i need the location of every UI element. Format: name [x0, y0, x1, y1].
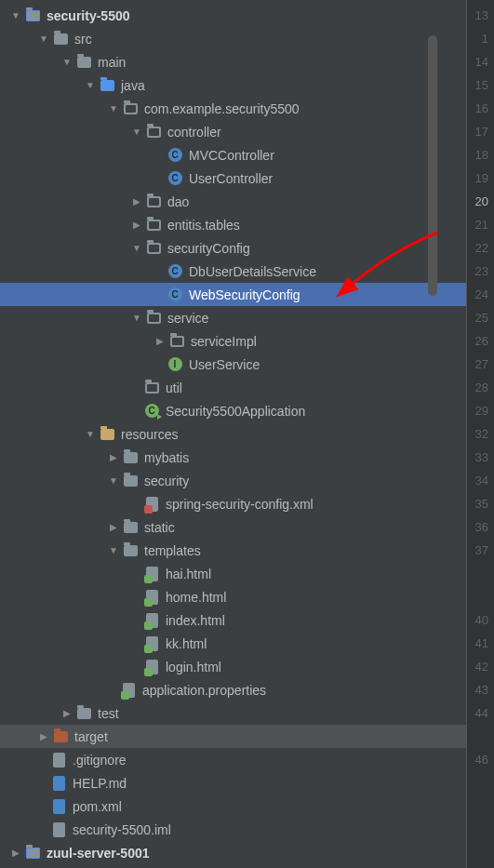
tree-node-hai-html[interactable]: hai.html [0, 562, 466, 585]
chevron-down-icon[interactable]: ▼ [84, 429, 97, 439]
gutter-line-number: 16 [467, 97, 488, 120]
tree-node-userservice[interactable]: I UserService [0, 353, 466, 376]
html-file-icon [143, 589, 160, 606]
properties-file-icon [120, 682, 137, 699]
tree-node-securityconfig-package[interactable]: ▼ securityConfig [0, 236, 466, 260]
source-root-icon [99, 77, 115, 94]
chevron-right-icon[interactable]: ▶ [130, 196, 143, 207]
chevron-down-icon[interactable]: ▼ [130, 127, 143, 137]
tree-node-application-properties[interactable]: application.properties [0, 678, 466, 701]
tree-node-util-package[interactable]: util [0, 376, 466, 399]
node-label: application.properties [142, 683, 266, 698]
chevron-right-icon[interactable]: ▶ [130, 220, 143, 230]
tree-node-mybatis[interactable]: ▶ mybatis [0, 446, 466, 469]
package-icon [145, 310, 162, 327]
tree-node-mvc-controller[interactable]: C MVCController [0, 143, 466, 167]
folder-icon [75, 54, 92, 71]
chevron-right-icon[interactable]: ▶ [107, 452, 120, 462]
node-label: security-5500 [47, 8, 130, 23]
tree-node-application-class[interactable]: C Security5500Application [0, 399, 466, 422]
tree-node-kk-html[interactable]: kk.html [0, 632, 466, 655]
node-label: static [144, 520, 175, 535]
tree-node-gitignore[interactable]: .gitignore [0, 748, 466, 771]
chevron-down-icon[interactable]: ▼ [130, 243, 143, 253]
gutter-line-number: 34 [467, 469, 488, 492]
node-label: MVCController [189, 148, 274, 163]
tree-node-project-root[interactable]: ▼ security-5500 [0, 4, 466, 27]
tree-node-java[interactable]: ▼ java [0, 73, 466, 97]
tree-node-spring-security-xml[interactable]: spring-security-config.xml [0, 492, 466, 515]
chevron-right-icon[interactable]: ▶ [154, 336, 167, 346]
tree-node-iml[interactable]: security-5500.iml [0, 818, 466, 841]
chevron-down-icon[interactable]: ▼ [60, 57, 73, 67]
chevron-down-icon[interactable]: ▼ [107, 475, 120, 486]
gutter-line-number: 36 [467, 515, 488, 539]
tree-node-test[interactable]: ▶ test [0, 701, 466, 725]
tree-node-service-package[interactable]: ▼ service [0, 306, 466, 329]
package-icon [143, 380, 160, 396]
tree-node-index-html[interactable]: index.html [0, 608, 466, 632]
tree-node-home-html[interactable]: home.html [0, 585, 466, 608]
tree-node-help-md[interactable]: HELP.md [0, 771, 466, 795]
gutter-line-number: 46 [467, 748, 488, 771]
node-label: pom.xml [73, 799, 122, 814]
tree-node-static[interactable]: ▶ static [0, 515, 466, 539]
chevron-down-icon[interactable]: ▼ [9, 10, 22, 20]
resources-root-icon [99, 426, 115, 443]
chevron-down-icon[interactable]: ▼ [84, 80, 97, 90]
gutter-line-number: 26 [467, 329, 488, 353]
editor-gutter: 1311415161718192021222324252627282932333… [466, 0, 494, 868]
package-icon [145, 124, 162, 140]
project-tree[interactable]: ▼ security-5500 ▼ src ▼ main ▼ java ▼ co… [0, 0, 466, 868]
chevron-down-icon[interactable]: ▼ [37, 33, 50, 44]
chevron-right-icon[interactable]: ▶ [107, 522, 120, 532]
node-label: securityConfig [167, 241, 250, 256]
node-label: target [74, 729, 108, 744]
tree-node-resources[interactable]: ▼ resources [0, 422, 466, 446]
gutter-line-number: 13 [467, 4, 488, 27]
folder-icon [122, 542, 139, 559]
tree-node-target[interactable]: ▶ target [0, 725, 466, 748]
gutter-line-number: 28 [467, 376, 488, 399]
chevron-down-icon[interactable]: ▼ [107, 545, 120, 555]
chevron-down-icon[interactable]: ▼ [107, 103, 120, 114]
tree-node-dao-package[interactable]: ▶ dao [0, 190, 466, 213]
scrollbar-thumb[interactable] [428, 35, 437, 296]
tree-node-pom-xml[interactable]: pom.xml [0, 795, 466, 818]
gutter-line-number [467, 841, 488, 864]
gutter-line-number: 42 [467, 655, 488, 678]
node-label: .gitignore [73, 753, 127, 768]
gutter-line-number: 20 [467, 190, 488, 213]
tree-node-dbuserdetailsservice[interactable]: C DbUserDetailsService [0, 260, 466, 283]
gutter-line-number: 33 [467, 446, 488, 469]
tree-node-main[interactable]: ▼ main [0, 50, 466, 73]
tree-node-user-controller[interactable]: C UserController [0, 167, 466, 190]
package-icon [145, 217, 162, 234]
node-label: security-5500.iml [73, 822, 171, 837]
tree-node-websecurityconfig[interactable]: C WebSecurityConfig [0, 283, 466, 306]
chevron-right-icon[interactable]: ▶ [9, 848, 22, 858]
gutter-line-number: 17 [467, 120, 488, 143]
node-label: mybatis [144, 450, 189, 465]
tree-node-src[interactable]: ▼ src [0, 27, 466, 50]
chevron-right-icon[interactable]: ▶ [60, 708, 73, 718]
tree-node-security-folder[interactable]: ▼ security [0, 469, 466, 492]
tree-node-zuul-server[interactable]: ▶ zuul-server-5001 [0, 841, 466, 864]
tree-node-serviceimpl-package[interactable]: ▶ serviceImpl [0, 329, 466, 353]
chevron-down-icon[interactable]: ▼ [130, 313, 143, 323]
tree-node-login-html[interactable]: login.html [0, 655, 466, 678]
node-label: Security5500Application [166, 404, 305, 419]
html-file-icon [143, 635, 160, 652]
node-label: UserController [189, 171, 273, 186]
tree-node-base-package[interactable]: ▼ com.example.security5500 [0, 97, 466, 120]
gutter-line-number [467, 562, 488, 585]
gutter-line-number: 23 [467, 260, 488, 283]
module-folder-icon [24, 7, 41, 24]
tree-node-templates[interactable]: ▼ templates [0, 539, 466, 562]
gutter-line-number: 15 [467, 73, 488, 97]
tree-node-entitis-package[interactable]: ▶ entitis.tables [0, 213, 466, 236]
tree-node-controller-package[interactable]: ▼ controller [0, 120, 466, 143]
chevron-right-icon[interactable]: ▶ [37, 731, 50, 741]
interface-icon: I [167, 356, 183, 373]
html-file-icon [143, 612, 160, 629]
